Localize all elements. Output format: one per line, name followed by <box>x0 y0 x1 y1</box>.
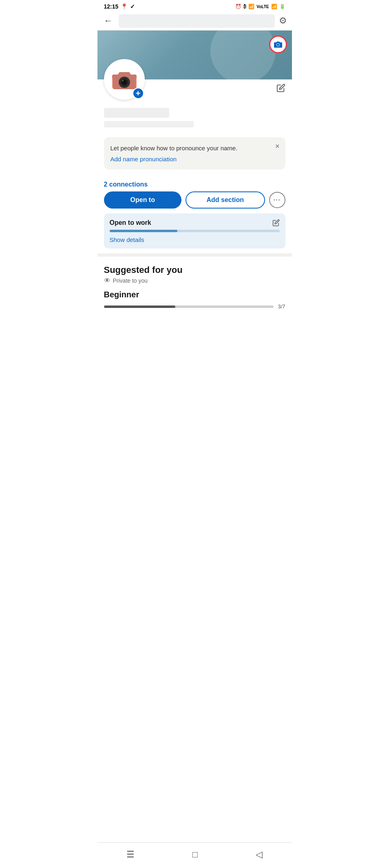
progress-label: 3/7 <box>278 303 285 310</box>
back-button[interactable]: ← <box>102 14 115 28</box>
more-options-button[interactable]: ··· <box>269 192 285 208</box>
nav-bar: ← ⚙ <box>97 11 292 31</box>
change-banner-button[interactable] <box>269 35 287 53</box>
add-section-button[interactable]: Add section <box>186 191 265 209</box>
status-right: ⏰ ₿ 📶 VoLTE 📶 🔋 <box>235 4 285 9</box>
open-to-work-title: Open to work <box>110 219 280 226</box>
bluetooth-icon: ₿ <box>243 4 246 9</box>
show-details-link[interactable]: Show details <box>110 236 144 243</box>
section-divider <box>97 253 292 257</box>
svg-point-6 <box>122 80 124 81</box>
avatar-camera-icon <box>111 69 137 90</box>
beginner-title: Beginner <box>104 290 285 299</box>
pronunciation-card: Let people know how to pronounce your na… <box>104 137 285 169</box>
add-pronunciation-link[interactable]: Add name pronunciation <box>111 156 177 163</box>
open-to-button[interactable]: Open to <box>104 191 182 209</box>
check-icon: ✓ <box>130 3 135 10</box>
volte-icon: VoLTE <box>256 4 269 9</box>
location-icon: 📍 <box>121 3 128 10</box>
edit-open-to-work-button[interactable] <box>272 219 280 229</box>
action-buttons-row: Open to Add section ··· <box>97 191 292 213</box>
connections-section: 2 connections <box>97 176 292 191</box>
svg-point-0 <box>277 44 279 46</box>
progress-bar-wrap: 3/7 <box>104 303 285 310</box>
wifi-icon: 📶 <box>248 4 254 9</box>
avatar-wrapper: + <box>104 59 145 100</box>
suggested-title: Suggested for you <box>104 265 285 275</box>
edit-profile-button[interactable] <box>276 84 285 95</box>
progress-fill <box>104 305 175 308</box>
alarm-icon: ⏰ <box>235 4 241 9</box>
close-pronunciation-card-button[interactable]: × <box>275 142 280 151</box>
open-to-work-progress-fill <box>110 230 178 232</box>
eye-icon: 👁 <box>104 277 111 284</box>
profile-section: + <box>97 79 292 106</box>
camera-icon <box>274 41 283 48</box>
settings-button[interactable]: ⚙ <box>279 15 287 26</box>
suggested-section: Suggested for you 👁 Private to you Begin… <box>97 258 292 314</box>
pronunciation-card-text: Let people know how to pronounce your na… <box>111 144 279 152</box>
signal-icon: 📶 <box>271 4 277 9</box>
profile-name-area <box>97 106 292 131</box>
add-photo-button[interactable]: + <box>133 88 144 99</box>
open-to-work-progress-bar <box>110 230 280 232</box>
ellipsis-icon: ··· <box>274 197 281 203</box>
connections-count[interactable]: 2 connections <box>104 181 148 188</box>
private-label-text: Private to you <box>113 277 148 284</box>
status-bar: 12:15 📍 ✓ ⏰ ₿ 📶 VoLTE 📶 🔋 <box>97 0 292 11</box>
progress-bar <box>104 305 274 308</box>
status-left: 12:15 📍 ✓ <box>104 3 135 10</box>
status-time: 12:15 <box>104 3 119 10</box>
search-input[interactable] <box>119 14 275 28</box>
open-to-work-card: Open to work Show details <box>104 213 285 248</box>
battery-icon: 🔋 <box>279 4 285 9</box>
private-label-row: 👁 Private to you <box>104 277 285 284</box>
